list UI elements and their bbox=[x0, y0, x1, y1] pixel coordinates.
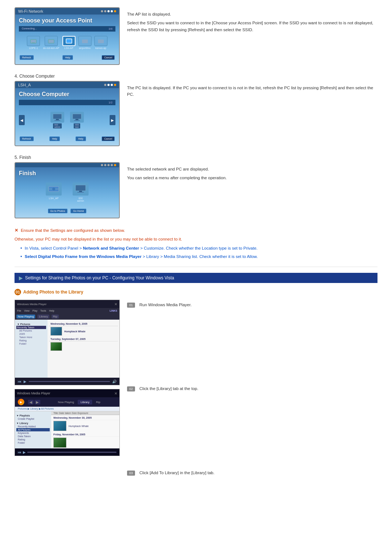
svg-rect-17 bbox=[79, 191, 82, 192]
finish-network: LSH_AP bbox=[46, 182, 62, 202]
wmp1-sidebar-item-allyears[interactable]: All Pictures bbox=[16, 329, 46, 332]
pc-next-arrow[interactable]: ▶ bbox=[110, 115, 115, 125]
step5-screen: Finish LSH_AP 000admin bbox=[15, 162, 120, 218]
wmp2-row1: Humpback Whale bbox=[51, 420, 119, 432]
wmp2-col-exposure: Exposure bbox=[77, 412, 88, 414]
wmp2-tab-nowplaying[interactable]: Now Playing bbox=[55, 400, 77, 405]
step5-desc-line2: You can select a menu after completing t… bbox=[127, 175, 377, 181]
wifi-topbar-title: Wi-Fi Network bbox=[18, 9, 43, 13]
wmp1-sidebar-item-folder[interactable]: Folder bbox=[16, 342, 46, 345]
comp-cancel-btn[interactable]: Cancel bbox=[102, 136, 115, 141]
step3-row: Wi-Fi Network Choose your Access Point C… bbox=[15, 7, 377, 65]
go-home-btn[interactable]: Go Home bbox=[70, 209, 86, 213]
svg-rect-1 bbox=[32, 42, 35, 43]
wmp1-play-icon[interactable]: ▶ bbox=[24, 379, 26, 383]
cdot1 bbox=[104, 84, 106, 86]
finish-title: Finish bbox=[19, 170, 115, 177]
wmp1-menu-help[interactable]: Help bbox=[49, 309, 54, 312]
wifi-topbar: Wi-Fi Network bbox=[15, 8, 119, 15]
wmp1-sidebar-item-rating[interactable]: Rating bbox=[16, 339, 46, 342]
wmp1-date1: Wednesday, November 9, 2005 bbox=[49, 322, 118, 326]
pc-item-1[interactable]: 000admin bbox=[50, 112, 64, 128]
wifi-content: Choose your Access Point Connecting... 3… bbox=[15, 15, 119, 64]
wmp2-logo-icon: ▶ bbox=[18, 399, 24, 405]
wmp2-thumb2 bbox=[53, 438, 66, 448]
computer-page-bar: 1/2 bbox=[19, 100, 115, 105]
refresh-btn[interactable]: Refresh bbox=[20, 55, 34, 60]
wmp1-sidebar-item-2005[interactable]: 2005 bbox=[16, 332, 46, 336]
cancel-btn[interactable]: Cancel bbox=[102, 55, 115, 60]
pc-item-2[interactable]: 000test bbox=[70, 112, 84, 128]
dot2 bbox=[104, 10, 106, 12]
ap-icon-5 bbox=[94, 36, 107, 46]
wmp2-play-icon[interactable]: ▶ bbox=[23, 450, 26, 454]
finish-topbar bbox=[15, 163, 119, 167]
wmp2-folder[interactable]: Folder bbox=[16, 441, 50, 444]
wmp2-tab-library[interactable]: Library bbox=[78, 400, 92, 405]
wmp1-library-tab[interactable]: Library bbox=[37, 315, 49, 319]
ap-label-2: do-not-ken-AP bbox=[43, 47, 59, 49]
wmp2-back-icon[interactable]: ◀ bbox=[28, 400, 34, 405]
wmp2-close-icon[interactable]: ✕ bbox=[114, 391, 117, 395]
fdot3 bbox=[107, 164, 110, 166]
step5-section: 5. Finish Finish bbox=[15, 155, 377, 218]
wmp2-nav-tabs: Now Playing Library Rip bbox=[42, 400, 117, 405]
wmp1-main: Wednesday, November 9, 2005 Humpback Wha… bbox=[48, 320, 119, 378]
wmp1-menu-play[interactable]: Play bbox=[32, 309, 37, 312]
ap-item-3[interactable]: LSH-AP bbox=[62, 36, 75, 49]
go-photos-btn[interactable]: Go to Photos bbox=[48, 209, 68, 213]
comp-refresh-btn[interactable]: Refresh bbox=[20, 136, 34, 141]
wmp2-all-pictures[interactable]: All Pictures bbox=[16, 428, 50, 431]
wmp1-menu-tools[interactable]: Tools bbox=[40, 309, 46, 312]
wmp2-recently-added[interactable]: Recently Added bbox=[16, 425, 50, 428]
wmp1-thumb1-label: Humpback Whale bbox=[64, 330, 117, 333]
comp-help2-btn[interactable]: Help bbox=[75, 136, 86, 141]
wmp1-rip-tab[interactable]: Rip bbox=[52, 315, 59, 319]
wmp1-sidebar-item-recently[interactable]: Recently Taken bbox=[16, 326, 46, 329]
ap-item-1[interactable]: LDPE-1 bbox=[27, 36, 40, 49]
wmp2-rating[interactable]: Rating bbox=[16, 438, 50, 441]
divider bbox=[15, 267, 377, 267]
wmp1-sidebar-item-takenhome[interactable]: Taken Here bbox=[16, 336, 46, 339]
wmp1-menu-view[interactable]: View bbox=[24, 309, 29, 312]
wmp2-sidebar-group-library: ▼ Library bbox=[16, 422, 50, 424]
warning-list: In Vista, select Control Panel > Network… bbox=[15, 245, 377, 260]
step-01-num: 01 bbox=[127, 303, 135, 308]
wmp2-data-taken[interactable]: Data Taken bbox=[16, 435, 50, 438]
wmp2-fwd-icon[interactable]: ▶ bbox=[34, 400, 40, 405]
comp-help-btn[interactable]: Help bbox=[49, 136, 60, 141]
step4-screen: LSH_A Choose Computer 1/2 ◀ bbox=[15, 81, 120, 146]
pc-prev-arrow[interactable]: ◀ bbox=[19, 115, 25, 125]
wmp2-columns: Title Date taken Size Exposure bbox=[51, 411, 119, 415]
wmp1-rewind-icon[interactable]: ⏮ bbox=[18, 379, 21, 383]
svg-rect-5 bbox=[98, 40, 104, 43]
ap-item-2[interactable]: do-not-ken-AP bbox=[43, 36, 59, 49]
ap-list: LDPE-1 do-not-ken-AP LSH-A bbox=[19, 33, 115, 52]
heading-arrow-icon: ▶ bbox=[19, 275, 23, 281]
computer-topbar: LSH_A bbox=[15, 82, 119, 88]
wmp1-volume-icon[interactable]: 🔊 bbox=[112, 379, 117, 383]
main-section-heading: ▶ Settings for Sharing the Photos on you… bbox=[15, 273, 377, 283]
fdot1 bbox=[101, 164, 103, 166]
wmp2-keywords[interactable]: Keywords bbox=[16, 431, 50, 435]
wmp1-links[interactable]: LINKS bbox=[110, 309, 117, 312]
wmp2-tab-rip[interactable]: Rip bbox=[93, 400, 103, 405]
wmp1-body: ▼ Pictures Recently Taken All Pictures 2… bbox=[15, 320, 119, 378]
wmp1-close-icon[interactable]: ✕ bbox=[114, 302, 117, 306]
pc-label-2: 000test bbox=[74, 123, 80, 128]
wmp2-rewind-icon[interactable]: ⏮ bbox=[18, 450, 21, 454]
wmp-screenshot-1: Windows Media Player ✕ File View Play To… bbox=[15, 300, 120, 385]
network-label: LSH_AP bbox=[49, 197, 59, 200]
ap-item-4[interactable]: airportthru bbox=[78, 36, 91, 49]
step4-section: 4. Choose Computer LSH_A Choose Computer bbox=[15, 74, 377, 146]
pc-finish-label: 000admin bbox=[77, 197, 84, 202]
wmp1-menu-file[interactable]: File bbox=[17, 309, 21, 312]
wmp2-sidebar-group-playlists: ▼ Playlists bbox=[16, 414, 50, 417]
ap-item-5[interactable]: kanwo-ap bbox=[94, 36, 107, 49]
wmp2-create-playlist[interactable]: Create Playlist bbox=[16, 417, 50, 420]
pc-icon-1 bbox=[50, 112, 64, 123]
help-btn[interactable]: Help bbox=[62, 55, 73, 60]
wmp1-now-playing-tab[interactable]: Now Playing bbox=[16, 315, 35, 319]
connecting-bar: Connecting... 3/8 bbox=[19, 26, 115, 32]
cdot3 bbox=[111, 84, 113, 86]
